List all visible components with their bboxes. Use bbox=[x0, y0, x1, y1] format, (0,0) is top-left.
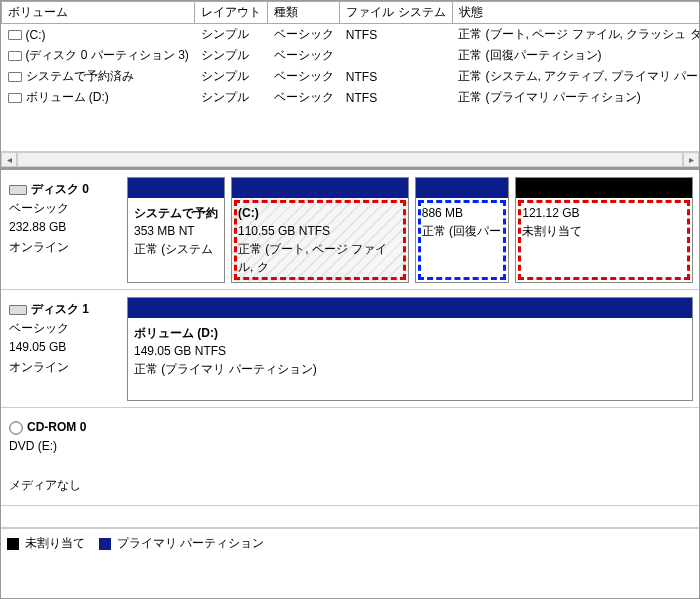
partition-size: 121.12 GB bbox=[522, 204, 686, 222]
partition-size: 353 MB NT bbox=[134, 222, 218, 240]
volume-name: ボリューム (D:) bbox=[26, 90, 109, 104]
partition-title: ボリューム (D:) bbox=[134, 324, 686, 342]
partition-status: 正常 (システム bbox=[134, 240, 218, 258]
disk-icon bbox=[9, 185, 27, 195]
volume-layout: シンプル bbox=[195, 87, 268, 108]
partition-capbar bbox=[416, 178, 509, 198]
cdrom-row[interactable]: CD-ROM 0 DVD (E:) メディアなし bbox=[1, 408, 699, 506]
disk-name: ディスク 1 bbox=[31, 302, 89, 316]
partition-capbar bbox=[128, 178, 224, 198]
disk-header[interactable]: ディスク 0ベーシック232.88 GBオンライン bbox=[7, 176, 121, 283]
disk-row: ディスク 0ベーシック232.88 GBオンラインシステムで予約353 MB N… bbox=[1, 170, 699, 290]
partition-bar: ボリューム (D:)149.05 GB NTFS正常 (プライマリ パーティショ… bbox=[127, 296, 693, 401]
volume-type: ベーシック bbox=[268, 66, 340, 87]
disk-icon bbox=[9, 305, 27, 315]
disk-map-region: ディスク 0ベーシック232.88 GBオンラインシステムで予約353 MB N… bbox=[1, 167, 699, 558]
partition-capbar bbox=[516, 178, 692, 198]
partition-capbar bbox=[128, 298, 692, 318]
legend-unalloc: 未割り当て bbox=[25, 536, 85, 550]
disk-size: 232.88 GB bbox=[9, 218, 117, 237]
disk-row: ディスク 1ベーシック149.05 GBオンラインボリューム (D:)149.0… bbox=[1, 290, 699, 408]
scroll-left-icon[interactable]: ◂ bbox=[1, 152, 17, 167]
col-fs[interactable]: ファイル システム bbox=[340, 2, 452, 24]
volume-icon bbox=[8, 93, 22, 103]
partition[interactable]: 121.12 GB未割り当て bbox=[515, 177, 693, 283]
table-row[interactable]: システムで予約済みシンプルベーシックNTFS正常 (システム, アクティブ, プ… bbox=[2, 66, 700, 87]
volume-type: ベーシック bbox=[268, 45, 340, 66]
partition-title: システムで予約 bbox=[134, 204, 218, 222]
volume-icon bbox=[8, 30, 22, 40]
volume-status: 正常 (プライマリ パーティション) bbox=[452, 87, 699, 108]
spacer bbox=[1, 506, 699, 528]
volume-status: 正常 (回復パーティション) bbox=[452, 45, 699, 66]
volume-fs bbox=[340, 45, 452, 66]
volume-table: ボリューム レイアウト 種類 ファイル システム 状態 (C:)シンプルベーシッ… bbox=[1, 1, 699, 108]
table-row[interactable]: (ディスク 0 パーティション 3)シンプルベーシック正常 (回復パーティション… bbox=[2, 45, 700, 66]
partition-status: 正常 (プライマリ パーティション) bbox=[134, 360, 686, 378]
volume-fs: NTFS bbox=[340, 24, 452, 46]
cdrom-name: CD-ROM 0 bbox=[27, 420, 86, 434]
partition-bar: システムで予約353 MB NT正常 (システム(C:)110.55 GB NT… bbox=[127, 176, 693, 283]
volume-fs: NTFS bbox=[340, 87, 452, 108]
partition-size: 149.05 GB NTFS bbox=[134, 342, 686, 360]
scroll-right-icon[interactable]: ▸ bbox=[683, 152, 699, 167]
partition[interactable]: システムで予約353 MB NT正常 (システム bbox=[127, 177, 225, 283]
partition-status: 正常 (回復パー bbox=[422, 222, 503, 240]
legend-swatch-primary bbox=[99, 538, 111, 550]
col-layout[interactable]: レイアウト bbox=[195, 2, 268, 24]
volume-status: 正常 (ブート, ページ ファイル, クラッシュ ダンプ, プライマリ パ bbox=[452, 24, 699, 46]
partition-size: 886 MB bbox=[422, 204, 503, 222]
partition[interactable]: (C:)110.55 GB NTFS正常 (ブート, ページ ファイル, ク bbox=[231, 177, 409, 283]
legend-primary: プライマリ パーティション bbox=[117, 536, 264, 550]
volume-name: (C:) bbox=[26, 28, 46, 42]
disk-size: 149.05 GB bbox=[9, 338, 117, 357]
col-status[interactable]: 状態 bbox=[452, 2, 699, 24]
partition-status: 正常 (ブート, ページ ファイル, ク bbox=[238, 240, 402, 276]
volume-name: (ディスク 0 パーティション 3) bbox=[26, 48, 189, 62]
legend-swatch-unalloc bbox=[7, 538, 19, 550]
volume-type: ベーシック bbox=[268, 87, 340, 108]
disk-state: オンライン bbox=[9, 238, 117, 257]
volume-layout: シンプル bbox=[195, 66, 268, 87]
volume-icon bbox=[8, 51, 22, 61]
partition[interactable]: 886 MB正常 (回復パー bbox=[415, 177, 510, 283]
volume-icon bbox=[8, 72, 22, 82]
volume-layout: シンプル bbox=[195, 24, 268, 46]
volume-layout: シンプル bbox=[195, 45, 268, 66]
horizontal-scrollbar[interactable]: ◂ ▸ bbox=[1, 151, 699, 167]
disk-kind: ベーシック bbox=[9, 319, 117, 338]
partition-size: 110.55 GB NTFS bbox=[238, 222, 402, 240]
cdrom-drive: DVD (E:) bbox=[9, 437, 117, 456]
volume-status: 正常 (システム, アクティブ, プライマリ パーティション) bbox=[452, 66, 699, 87]
disk-state: オンライン bbox=[9, 358, 117, 377]
volume-fs: NTFS bbox=[340, 66, 452, 87]
col-type[interactable]: 種類 bbox=[268, 2, 340, 24]
volume-type: ベーシック bbox=[268, 24, 340, 46]
disk-name: ディスク 0 bbox=[31, 182, 89, 196]
partition[interactable]: ボリューム (D:)149.05 GB NTFS正常 (プライマリ パーティショ… bbox=[127, 297, 693, 401]
table-row[interactable]: (C:)シンプルベーシックNTFS正常 (ブート, ページ ファイル, クラッシ… bbox=[2, 24, 700, 46]
partition-status: 未割り当て bbox=[522, 222, 686, 240]
partition-title: (C:) bbox=[238, 204, 402, 222]
disk-header[interactable]: ディスク 1ベーシック149.05 GBオンライン bbox=[7, 296, 121, 401]
cdrom-media: メディアなし bbox=[9, 476, 117, 495]
col-volume[interactable]: ボリューム bbox=[2, 2, 195, 24]
table-row[interactable]: ボリューム (D:)シンプルベーシックNTFS正常 (プライマリ パーティション… bbox=[2, 87, 700, 108]
legend: 未割り当て プライマリ パーティション bbox=[1, 528, 699, 558]
volume-name: システムで予約済み bbox=[26, 69, 134, 83]
disk-kind: ベーシック bbox=[9, 199, 117, 218]
scroll-track[interactable] bbox=[17, 152, 683, 167]
disc-icon bbox=[9, 421, 23, 435]
partition-capbar bbox=[232, 178, 408, 198]
volume-list-pane: ボリューム レイアウト 種類 ファイル システム 状態 (C:)シンプルベーシッ… bbox=[1, 1, 699, 151]
